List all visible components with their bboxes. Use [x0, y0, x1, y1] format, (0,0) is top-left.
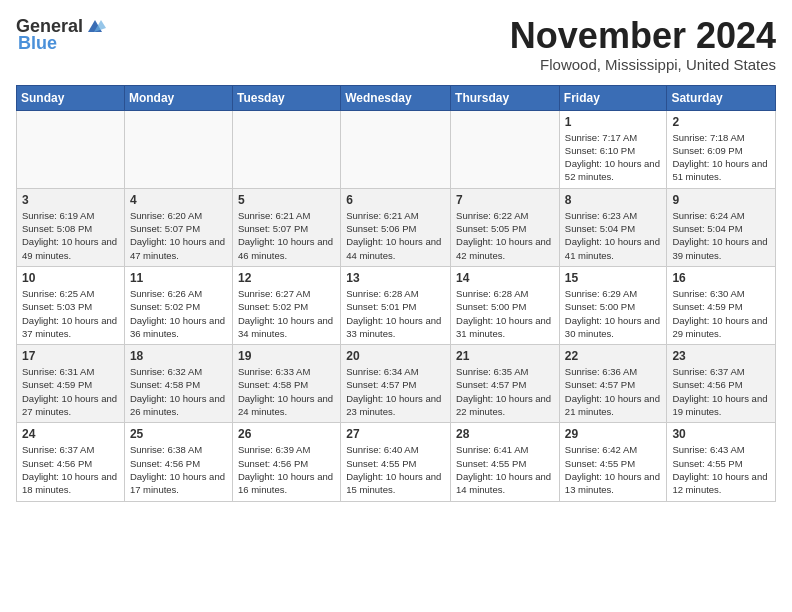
- day-number: 19: [238, 349, 335, 363]
- day-info: Sunrise: 6:42 AMSunset: 4:55 PMDaylight:…: [565, 443, 662, 496]
- day-number: 18: [130, 349, 227, 363]
- logo: General Blue: [16, 16, 107, 54]
- day-number: 16: [672, 271, 770, 285]
- day-number: 29: [565, 427, 662, 441]
- calendar-cell: 28Sunrise: 6:41 AMSunset: 4:55 PMDayligh…: [451, 423, 560, 501]
- day-number: 7: [456, 193, 554, 207]
- day-number: 20: [346, 349, 445, 363]
- calendar-cell: [341, 110, 451, 188]
- calendar-cell: 17Sunrise: 6:31 AMSunset: 4:59 PMDayligh…: [17, 345, 125, 423]
- weekday-friday: Friday: [559, 85, 667, 110]
- calendar-cell: [232, 110, 340, 188]
- weekday-header-row: SundayMondayTuesdayWednesdayThursdayFrid…: [17, 85, 776, 110]
- day-number: 25: [130, 427, 227, 441]
- day-number: 30: [672, 427, 770, 441]
- calendar-cell: 18Sunrise: 6:32 AMSunset: 4:58 PMDayligh…: [124, 345, 232, 423]
- calendar-cell: 2Sunrise: 7:18 AMSunset: 6:09 PMDaylight…: [667, 110, 776, 188]
- day-info: Sunrise: 6:43 AMSunset: 4:55 PMDaylight:…: [672, 443, 770, 496]
- day-info: Sunrise: 6:25 AMSunset: 5:03 PMDaylight:…: [22, 287, 119, 340]
- calendar-row-3: 17Sunrise: 6:31 AMSunset: 4:59 PMDayligh…: [17, 345, 776, 423]
- weekday-tuesday: Tuesday: [232, 85, 340, 110]
- day-number: 9: [672, 193, 770, 207]
- day-number: 8: [565, 193, 662, 207]
- day-number: 1: [565, 115, 662, 129]
- day-number: 4: [130, 193, 227, 207]
- day-number: 23: [672, 349, 770, 363]
- day-info: Sunrise: 6:23 AMSunset: 5:04 PMDaylight:…: [565, 209, 662, 262]
- day-info: Sunrise: 6:32 AMSunset: 4:58 PMDaylight:…: [130, 365, 227, 418]
- calendar-cell: 11Sunrise: 6:26 AMSunset: 5:02 PMDayligh…: [124, 266, 232, 344]
- day-number: 15: [565, 271, 662, 285]
- day-number: 12: [238, 271, 335, 285]
- calendar-cell: 26Sunrise: 6:39 AMSunset: 4:56 PMDayligh…: [232, 423, 340, 501]
- calendar-cell: 29Sunrise: 6:42 AMSunset: 4:55 PMDayligh…: [559, 423, 667, 501]
- day-number: 17: [22, 349, 119, 363]
- calendar-cell: 24Sunrise: 6:37 AMSunset: 4:56 PMDayligh…: [17, 423, 125, 501]
- calendar-row-2: 10Sunrise: 6:25 AMSunset: 5:03 PMDayligh…: [17, 266, 776, 344]
- day-info: Sunrise: 6:22 AMSunset: 5:05 PMDaylight:…: [456, 209, 554, 262]
- calendar-cell: [17, 110, 125, 188]
- day-info: Sunrise: 6:37 AMSunset: 4:56 PMDaylight:…: [672, 365, 770, 418]
- day-info: Sunrise: 6:29 AMSunset: 5:00 PMDaylight:…: [565, 287, 662, 340]
- weekday-wednesday: Wednesday: [341, 85, 451, 110]
- day-info: Sunrise: 6:33 AMSunset: 4:58 PMDaylight:…: [238, 365, 335, 418]
- month-title: November 2024: [510, 16, 776, 56]
- day-number: 2: [672, 115, 770, 129]
- location: Flowood, Mississippi, United States: [510, 56, 776, 73]
- calendar-cell: 22Sunrise: 6:36 AMSunset: 4:57 PMDayligh…: [559, 345, 667, 423]
- calendar-cell: 4Sunrise: 6:20 AMSunset: 5:07 PMDaylight…: [124, 188, 232, 266]
- weekday-monday: Monday: [124, 85, 232, 110]
- day-number: 10: [22, 271, 119, 285]
- day-number: 22: [565, 349, 662, 363]
- calendar-cell: 27Sunrise: 6:40 AMSunset: 4:55 PMDayligh…: [341, 423, 451, 501]
- day-number: 13: [346, 271, 445, 285]
- calendar-table: SundayMondayTuesdayWednesdayThursdayFrid…: [16, 85, 776, 502]
- day-info: Sunrise: 6:27 AMSunset: 5:02 PMDaylight:…: [238, 287, 335, 340]
- logo-icon: [84, 18, 106, 36]
- day-info: Sunrise: 6:31 AMSunset: 4:59 PMDaylight:…: [22, 365, 119, 418]
- calendar-cell: 8Sunrise: 6:23 AMSunset: 5:04 PMDaylight…: [559, 188, 667, 266]
- day-number: 14: [456, 271, 554, 285]
- day-info: Sunrise: 6:21 AMSunset: 5:07 PMDaylight:…: [238, 209, 335, 262]
- calendar-cell: 13Sunrise: 6:28 AMSunset: 5:01 PMDayligh…: [341, 266, 451, 344]
- calendar-cell: 30Sunrise: 6:43 AMSunset: 4:55 PMDayligh…: [667, 423, 776, 501]
- calendar-row-4: 24Sunrise: 6:37 AMSunset: 4:56 PMDayligh…: [17, 423, 776, 501]
- calendar-cell: 19Sunrise: 6:33 AMSunset: 4:58 PMDayligh…: [232, 345, 340, 423]
- calendar-cell: 1Sunrise: 7:17 AMSunset: 6:10 PMDaylight…: [559, 110, 667, 188]
- calendar-cell: 5Sunrise: 6:21 AMSunset: 5:07 PMDaylight…: [232, 188, 340, 266]
- calendar-cell: [124, 110, 232, 188]
- day-number: 26: [238, 427, 335, 441]
- calendar-cell: 3Sunrise: 6:19 AMSunset: 5:08 PMDaylight…: [17, 188, 125, 266]
- day-number: 24: [22, 427, 119, 441]
- calendar-cell: [451, 110, 560, 188]
- day-info: Sunrise: 6:26 AMSunset: 5:02 PMDaylight:…: [130, 287, 227, 340]
- day-info: Sunrise: 6:34 AMSunset: 4:57 PMDaylight:…: [346, 365, 445, 418]
- calendar-cell: 9Sunrise: 6:24 AMSunset: 5:04 PMDaylight…: [667, 188, 776, 266]
- calendar-cell: 23Sunrise: 6:37 AMSunset: 4:56 PMDayligh…: [667, 345, 776, 423]
- day-info: Sunrise: 6:19 AMSunset: 5:08 PMDaylight:…: [22, 209, 119, 262]
- calendar-cell: 25Sunrise: 6:38 AMSunset: 4:56 PMDayligh…: [124, 423, 232, 501]
- day-info: Sunrise: 6:20 AMSunset: 5:07 PMDaylight:…: [130, 209, 227, 262]
- calendar-cell: 16Sunrise: 6:30 AMSunset: 4:59 PMDayligh…: [667, 266, 776, 344]
- weekday-saturday: Saturday: [667, 85, 776, 110]
- day-info: Sunrise: 6:24 AMSunset: 5:04 PMDaylight:…: [672, 209, 770, 262]
- calendar-row-1: 3Sunrise: 6:19 AMSunset: 5:08 PMDaylight…: [17, 188, 776, 266]
- day-info: Sunrise: 6:36 AMSunset: 4:57 PMDaylight:…: [565, 365, 662, 418]
- title-block: November 2024 Flowood, Mississippi, Unit…: [510, 16, 776, 73]
- day-number: 5: [238, 193, 335, 207]
- day-number: 27: [346, 427, 445, 441]
- calendar-cell: 12Sunrise: 6:27 AMSunset: 5:02 PMDayligh…: [232, 266, 340, 344]
- day-info: Sunrise: 6:35 AMSunset: 4:57 PMDaylight:…: [456, 365, 554, 418]
- calendar-cell: 6Sunrise: 6:21 AMSunset: 5:06 PMDaylight…: [341, 188, 451, 266]
- weekday-thursday: Thursday: [451, 85, 560, 110]
- calendar-cell: 10Sunrise: 6:25 AMSunset: 5:03 PMDayligh…: [17, 266, 125, 344]
- day-number: 3: [22, 193, 119, 207]
- day-number: 21: [456, 349, 554, 363]
- page-header: General Blue November 2024 Flowood, Miss…: [16, 16, 776, 73]
- day-number: 6: [346, 193, 445, 207]
- calendar-cell: 14Sunrise: 6:28 AMSunset: 5:00 PMDayligh…: [451, 266, 560, 344]
- day-number: 11: [130, 271, 227, 285]
- day-number: 28: [456, 427, 554, 441]
- day-info: Sunrise: 6:37 AMSunset: 4:56 PMDaylight:…: [22, 443, 119, 496]
- weekday-sunday: Sunday: [17, 85, 125, 110]
